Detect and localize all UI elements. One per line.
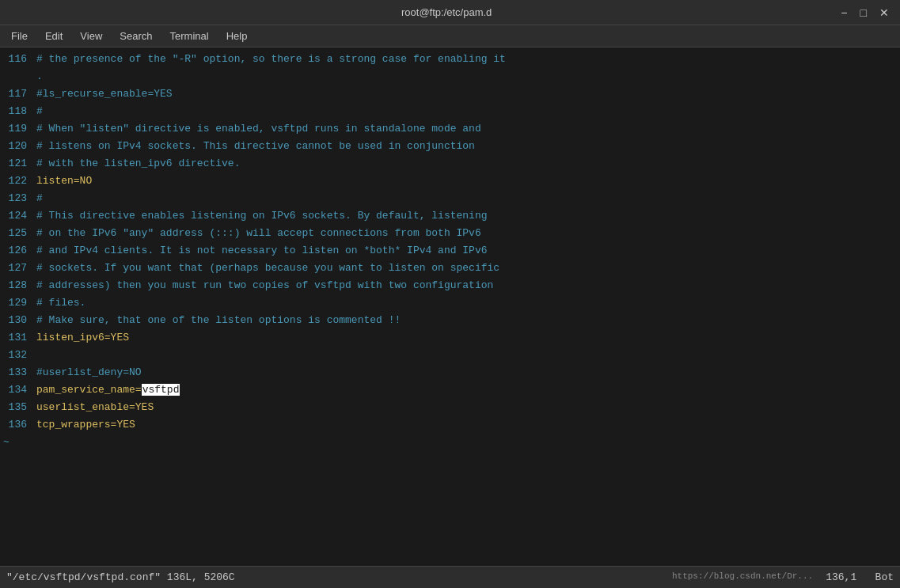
line-content: # sockets. If you want that (perhaps bec… — [36, 260, 499, 277]
line-number: 119 — [3, 120, 36, 138]
line-content: # files. — [36, 294, 85, 312]
line-row: 120# listens on IPv4 sockets. This direc… — [0, 138, 900, 155]
line-content: # This directive enables listening on IP… — [36, 207, 488, 225]
line-row: 126# and IPv4 clients. It is not necessa… — [0, 242, 900, 260]
line-number: 120 — [3, 138, 36, 155]
menu-search[interactable]: Search — [112, 27, 160, 45]
title-bar: root@ftp:/etc/pam.d − □ ✕ — [0, 0, 900, 25]
line-content: # Make sure, that one of the listen opti… — [36, 312, 401, 329]
line-row: 128# addresses) then you must run two co… — [0, 277, 900, 294]
line-row: 130# Make sure, that one of the listen o… — [0, 312, 900, 329]
line-row: 129# files. — [0, 294, 900, 312]
line-number: 129 — [3, 294, 36, 312]
line-number: 117 — [3, 85, 36, 103]
line-number: 131 — [3, 329, 36, 347]
line-row: 135userlist_enable=YES — [0, 399, 900, 416]
line-row: 125# on the IPv6 "any" address (:::) wil… — [0, 225, 900, 242]
line-row: 132 — [0, 347, 900, 364]
line-number: 116 — [3, 51, 36, 68]
line-number: 126 — [3, 242, 36, 260]
line-content: # and IPv4 clients. It is not necessary … — [36, 242, 488, 260]
line-row: 136tcp_wrappers=YES — [0, 416, 900, 434]
line-number: 127 — [3, 260, 36, 277]
line-row: 123# — [0, 190, 900, 207]
line-content: # — [36, 103, 43, 120]
line-row: 119# When "listen" directive is enabled,… — [0, 120, 900, 138]
line-content: . — [36, 68, 43, 85]
close-button[interactable]: ✕ — [876, 6, 892, 19]
line-row: 131listen_ipv6=YES — [0, 329, 900, 347]
editor-area[interactable]: 116# the presence of the "-R" option, so… — [0, 47, 900, 566]
status-url: https://blog.csdn.net/Dr... — [672, 571, 813, 583]
line-content: # — [36, 190, 43, 207]
line-number: 118 — [3, 103, 36, 120]
line-number: 132 — [3, 347, 36, 364]
status-position: 136,1 Bot — [826, 571, 894, 583]
highlighted-text: vsftpd — [142, 384, 180, 396]
menu-edit[interactable]: Edit — [37, 27, 70, 45]
line-number: 122 — [3, 173, 36, 190]
line-content: # addresses) then you must run two copie… — [36, 277, 493, 294]
line-number: 134 — [3, 381, 36, 399]
line-number: 128 — [3, 277, 36, 294]
line-content: userlist_enable=YES — [36, 399, 154, 416]
menu-view[interactable]: View — [72, 27, 110, 45]
line-content: listen=NO — [36, 173, 92, 190]
status-right: https://blog.csdn.net/Dr... 136,1 Bot — [672, 571, 894, 583]
line-number: 121 — [3, 155, 36, 173]
line-row: 118# — [0, 103, 900, 120]
line-content: # listens on IPv4 sockets. This directiv… — [36, 138, 475, 155]
line-number: 124 — [3, 207, 36, 225]
line-row: 122listen=NO — [0, 173, 900, 190]
status-file-info: "/etc/vsftpd/vsftpd.conf" 136L, 5206C — [6, 571, 235, 583]
title-bar-right-controls[interactable]: − □ ✕ — [837, 6, 892, 19]
line-content: #ls_recurse_enable=YES — [36, 85, 173, 103]
line-content: # When "listen" directive is enabled, vs… — [36, 120, 481, 138]
line-content: pam_service_name=vsftpd — [36, 381, 180, 399]
line-number: 125 — [3, 225, 36, 242]
line-content: # on the IPv6 "any" address (:::) will a… — [36, 225, 481, 242]
line-content: #userlist_deny=NO — [36, 364, 142, 381]
menu-help[interactable]: Help — [218, 27, 256, 45]
line-row: 117#ls_recurse_enable=YES — [0, 85, 900, 103]
minimize-button[interactable]: − — [837, 6, 850, 19]
line-number: 123 — [3, 190, 36, 207]
line-number: 135 — [3, 399, 36, 416]
line-row: 134pam_service_name=vsftpd — [0, 381, 900, 399]
window-title: root@ftp:/etc/pam.d — [55, 6, 837, 18]
menu-bar: File Edit View Search Terminal Help — [0, 25, 900, 47]
editor-content: 116# the presence of the "-R" option, so… — [0, 47, 900, 566]
line-number: 130 — [3, 312, 36, 329]
line-row: 116# the presence of the "-R" option, so… — [0, 51, 900, 68]
line-row: . — [0, 68, 900, 85]
line-content: tcp_wrappers=YES — [36, 416, 135, 434]
line-row: 124# This directive enables listening on… — [0, 207, 900, 225]
line-number: 136 — [3, 416, 36, 434]
line-content: listen_ipv6=YES — [36, 329, 129, 347]
line-row: 133#userlist_deny=NO — [0, 364, 900, 381]
line-content: # with the listen_ipv6 directive. — [36, 155, 240, 173]
line-number: 133 — [3, 364, 36, 381]
line-row: 121# with the listen_ipv6 directive. — [0, 155, 900, 173]
line-row: 127# sockets. If you want that (perhaps … — [0, 260, 900, 277]
menu-file[interactable]: File — [3, 27, 36, 45]
maximize-button[interactable]: □ — [857, 6, 870, 19]
menu-terminal[interactable]: Terminal — [162, 27, 217, 45]
line-content: # the presence of the "-R" option, so th… — [36, 51, 506, 68]
status-bar: "/etc/vsftpd/vsftpd.conf" 136L, 5206C ht… — [0, 566, 900, 588]
tilde-line: ~ — [0, 434, 900, 451]
